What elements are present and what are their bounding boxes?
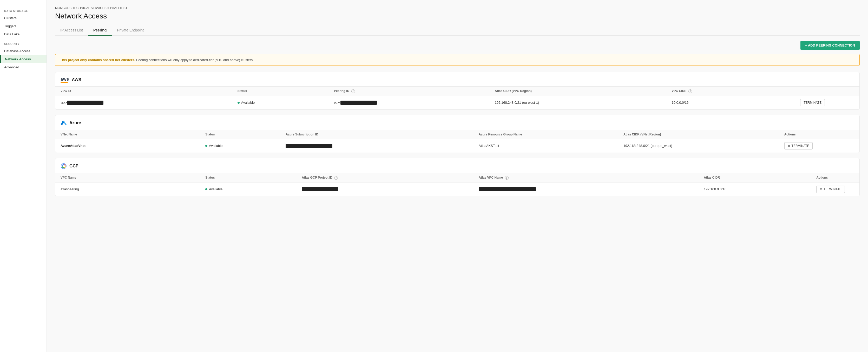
aws-col-peering-id: Peering ID i [329,87,490,96]
sidebar-item-clusters[interactable]: Clusters [0,14,46,22]
azure-col-vnet-name: VNet Name [55,130,200,139]
aws-logo-text: aws [61,77,69,82]
breadcrumb-project[interactable]: PAVELTEST [110,6,128,10]
azure-actions: ⊗ TERMINATE [779,139,860,153]
page-title: Network Access [55,12,860,20]
gcp-atlas-cidr: 192.168.0.0/16 [699,182,811,196]
aws-status-label: Available [241,100,255,105]
breadcrumb-org[interactable]: MONGODB TECHNICAL SERVICES [55,6,106,10]
azure-terminate-icon: ⊗ [788,144,790,148]
azure-table-header-row: VNet Name Status Azure Subscription ID A… [55,130,860,139]
sidebar: DATA STORAGE Clusters Triggers Data Lake… [0,0,47,352]
aws-col-vpc-id: VPC ID [55,87,232,96]
gcp-table: VPC Name Status Atlas GCP Project ID i A… [55,173,860,196]
warning-rest: Peering connections will only apply to d… [136,58,254,62]
aws-section: aws AWS VPC ID Status Peering ID i [55,72,860,110]
aws-col-vpc-cidr: VPC CIDR i [666,87,795,96]
tabs-bar: IP Access List Peering Private Endpoint [55,26,860,36]
gcp-atlas-vpc-name-redacted [479,187,536,191]
azure-terminate-button[interactable]: ⊗ TERMINATE [784,142,813,149]
azure-logo [61,120,67,126]
top-bar: + ADD PEERING CONNECTION [55,41,860,50]
aws-col-atlas-cidr: Atlas CIDR (VPC Region) [490,87,666,96]
azure-status: Available [200,139,280,153]
aws-section-header: aws AWS [55,72,860,87]
azure-vnet-name: AzureAtlasVnet [55,139,200,153]
vpc-cidr-info-icon: i [688,89,692,93]
azure-status-label: Available [209,144,223,148]
aws-table-row: vpc- Available pcx- 192.168.248.0/21 (eu… [55,96,860,110]
aws-col-actions [795,87,860,96]
sidebar-section-security: SECURITY [0,38,46,47]
aws-status: Available [232,96,329,110]
sidebar-item-database-access[interactable]: Database Access [0,47,46,55]
gcp-atlas-vpc-info-icon: i [505,176,508,180]
gcp-atlas-vpc-name [473,182,699,196]
azure-section-title: Azure [69,121,81,125]
gcp-col-atlas-cidr: Atlas CIDR [699,173,811,182]
tab-peering[interactable]: Peering [88,26,112,36]
aws-status-dot [238,101,240,104]
aws-peering-id: pcx- [329,96,490,110]
gcp-table-header-row: VPC Name Status Atlas GCP Project ID i A… [55,173,860,182]
azure-section-header: Azure [55,115,860,130]
peering-id-info-icon: i [351,89,355,93]
azure-col-atlas-cidr: Atlas CIDR (VNet Region) [618,130,779,139]
gcp-col-project-id: Atlas GCP Project ID i [297,173,473,182]
tab-private-endpoint[interactable]: Private Endpoint [112,26,149,36]
aws-vpc-id: vpc- [55,96,232,110]
azure-sub-id-redacted [286,144,332,148]
gcp-col-atlas-vpc-name: Atlas VPC Name i [473,173,699,182]
azure-col-rg: Azure Resource Group Name [473,130,618,139]
aws-section-title: AWS [72,78,81,82]
add-peering-connection-button[interactable]: + ADD PEERING CONNECTION [800,41,860,50]
gcp-col-vpc-name: VPC Name [55,173,200,182]
gcp-section-title: GCP [69,164,79,169]
gcp-project-info-icon: i [334,176,338,180]
azure-atlas-cidr: 192.168.248.0/21 (europe_west) [618,139,779,153]
azure-terminate-label: TERMINATE [792,144,809,148]
sidebar-section-data-storage: DATA STORAGE [0,5,46,14]
gcp-project-id-redacted [302,187,338,191]
aws-table-header-row: VPC ID Status Peering ID i Atlas CIDR (V… [55,87,860,96]
gcp-status-dot [205,188,207,190]
aws-logo-underline [61,82,68,83]
azure-col-sub-id: Azure Subscription ID [280,130,473,139]
aws-peering-id-redacted [340,100,377,105]
gcp-terminate-icon: ⊗ [820,187,822,191]
tab-ip-access-list[interactable]: IP Access List [55,26,88,36]
main-content: MONGODB TECHNICAL SERVICES > PAVELTEST N… [47,0,868,352]
azure-col-actions: Actions [779,130,860,139]
aws-atlas-cidr: 192.168.248.0/21 (eu-west-1) [490,96,666,110]
gcp-logo [61,163,67,169]
gcp-actions: ⊗ TERMINATE [811,182,860,196]
gcp-section: GCP VPC Name Status Atlas GCP Project ID… [55,158,860,196]
aws-col-status: Status [232,87,329,96]
aws-table: VPC ID Status Peering ID i Atlas CIDR (V… [55,87,860,110]
gcp-terminate-label: TERMINATE [824,187,841,191]
gcp-vpc-name: atlaspeering [55,182,200,196]
gcp-terminate-button[interactable]: ⊗ TERMINATE [816,186,845,193]
gcp-status-label: Available [209,187,223,191]
azure-status-dot [205,145,207,147]
sidebar-item-network-access[interactable]: Network Access [0,55,46,63]
gcp-project-id [297,182,473,196]
azure-table-row: AzureAtlasVnet Available AtlasAKSTest 19… [55,139,860,153]
azure-col-status: Status [200,130,280,139]
sidebar-item-data-lake[interactable]: Data Lake [0,30,46,38]
warning-bold: This project only contains shared-tier c… [60,58,135,62]
azure-table: VNet Name Status Azure Subscription ID A… [55,130,860,153]
gcp-col-actions: Actions [811,173,860,182]
aws-terminate-button[interactable]: TERMINATE [800,99,825,106]
sidebar-item-advanced[interactable]: Advanced [0,63,46,71]
warning-banner: This project only contains shared-tier c… [55,54,860,66]
gcp-status: Available [200,182,297,196]
gcp-section-header: GCP [55,158,860,173]
breadcrumb: MONGODB TECHNICAL SERVICES > PAVELTEST [55,6,860,10]
gcp-table-row: atlaspeering Available 192.168.0.0/16 [55,182,860,196]
breadcrumb-separator: > [106,6,110,10]
aws-actions: TERMINATE [795,96,860,110]
aws-logo: aws [61,77,69,83]
gcp-col-status: Status [200,173,297,182]
sidebar-item-triggers[interactable]: Triggers [0,22,46,30]
